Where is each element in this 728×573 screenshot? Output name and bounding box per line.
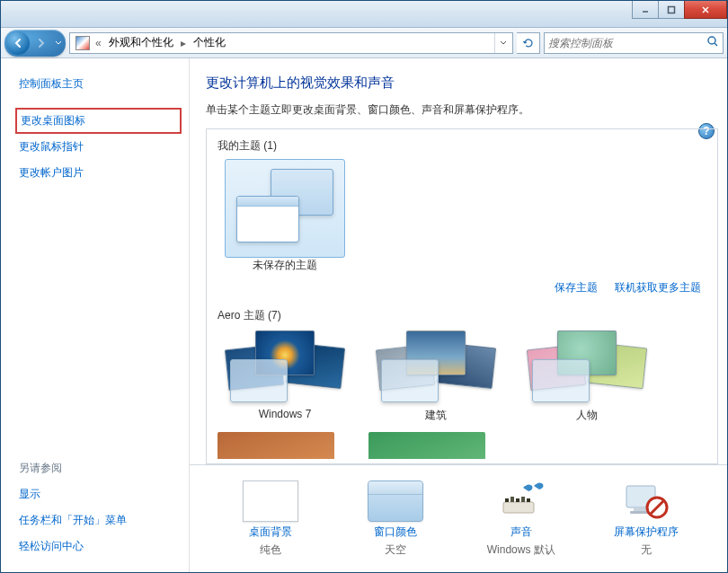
svg-rect-9 [516, 498, 519, 502]
sidebar-taskbar-start[interactable]: 任务栏和「开始」菜单 [15, 507, 182, 533]
get-more-themes-link[interactable]: 联机获取更多主题 [615, 281, 701, 294]
theme-people[interactable]: 人物 [519, 329, 654, 423]
window-frame: « 外观和个性化 ▸ 个性化 控制面板主页 更改桌面图标 更改鼠标指针 更改帐户… [0, 0, 728, 573]
sound-icon [493, 480, 549, 522]
address-dropdown[interactable] [494, 33, 510, 53]
svg-line-5 [715, 43, 717, 46]
setting-sound[interactable]: 声音 Windows 默认 [467, 480, 575, 558]
my-themes-heading: 我的主题 (1) [218, 135, 706, 159]
close-button[interactable] [684, 1, 727, 19]
setting-value: 天空 [385, 542, 406, 558]
aero-themes-grid: Windows 7 建筑 [218, 329, 706, 423]
my-themes-grid: 未保存的主题 [218, 159, 706, 273]
setting-name: 窗口颜色 [374, 525, 417, 540]
breadcrumb-sep: « [93, 37, 103, 49]
setting-desktop-background[interactable]: 桌面背景 纯色 [217, 480, 324, 558]
svg-rect-10 [521, 497, 525, 502]
svg-rect-6 [503, 502, 534, 513]
window-controls [633, 1, 727, 19]
sidebar-change-desktop-icons[interactable]: 更改桌面图标 [15, 108, 182, 134]
back-button[interactable] [6, 31, 30, 55]
save-theme-link[interactable]: 保存主题 [555, 281, 598, 294]
control-panel-icon [75, 36, 90, 50]
chevron-right-icon: ▸ [179, 37, 188, 49]
theme-architecture[interactable]: 建筑 [368, 329, 503, 423]
titlebar [1, 1, 727, 28]
svg-rect-7 [505, 498, 509, 502]
nav-buttons [4, 30, 66, 57]
setting-name: 屏幕保护程序 [614, 525, 679, 540]
minimize-button[interactable] [632, 1, 659, 19]
setting-screensaver[interactable]: 屏幕保护程序 无 [592, 480, 700, 558]
sidebar-display[interactable]: 显示 [15, 481, 182, 507]
theme-name: 人物 [576, 408, 598, 423]
sidebar-ease-of-access[interactable]: 轻松访问中心 [15, 533, 182, 560]
search-input[interactable] [548, 37, 706, 49]
page-subtitle: 单击某个主题立即更改桌面背景、窗口颜色、声音和屏幕保护程序。 [206, 102, 718, 118]
bottom-bar: 桌面背景 纯色 窗口颜色 天空 [190, 464, 727, 572]
theme-windows7[interactable]: Windows 7 [218, 329, 352, 423]
themes-panel: 我的主题 (1) 未保存的主题 [206, 128, 718, 464]
refresh-button[interactable] [517, 32, 540, 54]
theme-name: 建筑 [425, 408, 447, 423]
main-inner: 更改计算机上的视觉效果和声音 单击某个主题立即更改桌面背景、窗口颜色、声音和屏幕… [190, 58, 727, 464]
setting-value: 纯色 [260, 542, 281, 558]
maximize-button[interactable] [658, 1, 685, 19]
sidebar-change-account-picture[interactable]: 更改帐户图片 [15, 160, 182, 186]
aero-partial-row [218, 432, 706, 459]
setting-name: 桌面背景 [249, 525, 292, 540]
main: ? 更改计算机上的视觉效果和声音 单击某个主题立即更改桌面背景、窗口颜色、声音和… [190, 58, 727, 572]
setting-window-color[interactable]: 窗口颜色 天空 [342, 480, 449, 558]
breadcrumb-appearance[interactable]: 外观和个性化 [103, 33, 179, 53]
theme-unsaved[interactable]: 未保存的主题 [218, 159, 352, 273]
svg-point-4 [708, 37, 715, 44]
svg-rect-1 [669, 6, 675, 13]
setting-name: 声音 [510, 525, 532, 540]
theme-actions: 保存主题 联机获取更多主题 [218, 273, 706, 304]
aero-themes-heading: Aero 主题 (7) [218, 304, 706, 329]
theme-name: Windows 7 [259, 408, 312, 420]
sidebar-see-also-heading: 另请参阅 [15, 455, 182, 481]
sidebar-home[interactable]: 控制面板主页 [15, 71, 182, 97]
forward-button[interactable] [30, 31, 53, 55]
svg-rect-8 [510, 497, 514, 502]
setting-value: 无 [641, 542, 652, 558]
sidebar-change-mouse-pointer[interactable]: 更改鼠标指针 [15, 134, 182, 160]
search-box[interactable] [544, 32, 724, 54]
search-icon[interactable] [706, 35, 719, 50]
desktop-background-icon [243, 480, 298, 522]
body: 控制面板主页 更改桌面图标 更改鼠标指针 更改帐户图片 另请参阅 显示 任务栏和… [1, 58, 727, 572]
breadcrumb-personalization[interactable]: 个性化 [188, 33, 231, 53]
nav-row: « 外观和个性化 ▸ 个性化 [1, 28, 727, 58]
page-title: 更改计算机上的视觉效果和声音 [206, 75, 718, 92]
theme-partial[interactable] [368, 432, 485, 459]
address-bar[interactable]: « 外观和个性化 ▸ 个性化 [69, 32, 513, 54]
window-color-icon [368, 480, 423, 522]
nav-history-dropdown[interactable] [53, 40, 64, 46]
sidebar: 控制面板主页 更改桌面图标 更改鼠标指针 更改帐户图片 另请参阅 显示 任务栏和… [1, 58, 190, 572]
setting-value: Windows 默认 [487, 542, 555, 558]
theme-partial[interactable] [218, 432, 334, 459]
theme-name: 未保存的主题 [253, 258, 317, 273]
screensaver-icon [618, 480, 674, 522]
svg-rect-11 [527, 498, 530, 502]
